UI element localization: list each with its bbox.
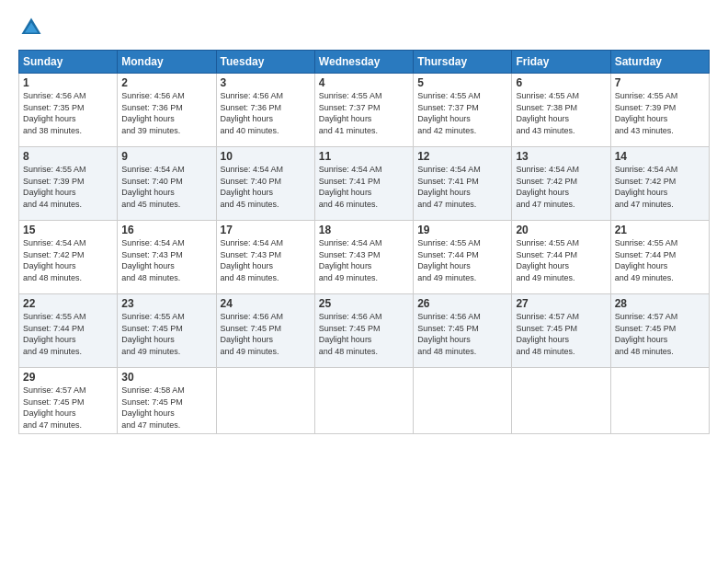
day-number: 20: [516, 224, 606, 236]
day-number: 5: [417, 76, 507, 89]
day-number: 22: [23, 297, 113, 310]
day-info: Sunrise: 4:56 AMSunset: 7:45 PMDaylight …: [319, 311, 409, 357]
day-info: Sunrise: 4:54 AMSunset: 7:43 PMDaylight …: [121, 237, 211, 283]
day-info: Sunrise: 4:54 AMSunset: 7:40 PMDaylight …: [121, 164, 211, 210]
table-row: 2Sunrise: 4:56 AMSunset: 7:36 PMDaylight…: [118, 74, 216, 147]
day-number: 24: [221, 297, 311, 310]
day-info: Sunrise: 4:56 AMSunset: 7:36 PMDaylight …: [121, 90, 211, 136]
day-number: 2: [121, 76, 211, 89]
day-info: Sunrise: 4:54 AMSunset: 7:41 PMDaylight …: [417, 164, 507, 210]
table-row: 23Sunrise: 4:55 AMSunset: 7:45 PMDayligh…: [118, 294, 216, 368]
day-number: 21: [615, 224, 705, 236]
table-row: 8Sunrise: 4:55 AMSunset: 7:39 PMDaylight…: [19, 147, 118, 221]
day-number: 12: [417, 150, 507, 163]
day-number: 23: [121, 297, 211, 310]
day-number: 30: [121, 371, 211, 384]
day-number: 26: [417, 297, 507, 310]
table-row: 12Sunrise: 4:54 AMSunset: 7:41 PMDayligh…: [414, 147, 512, 221]
day-info: Sunrise: 4:55 AMSunset: 7:39 PMDaylight …: [615, 90, 705, 136]
table-row: 28Sunrise: 4:57 AMSunset: 7:45 PMDayligh…: [610, 294, 709, 368]
day-number: 14: [615, 150, 705, 163]
table-row: 4Sunrise: 4:55 AMSunset: 7:37 PMDaylight…: [314, 74, 413, 147]
day-number: 17: [221, 224, 311, 236]
day-number: 19: [417, 224, 507, 236]
table-row: 10Sunrise: 4:54 AMSunset: 7:40 PMDayligh…: [216, 147, 314, 221]
table-row: [610, 368, 709, 434]
day-number: 3: [221, 76, 311, 89]
day-number: 16: [121, 224, 211, 236]
day-info: Sunrise: 4:54 AMSunset: 7:43 PMDaylight …: [319, 237, 409, 283]
day-info: Sunrise: 4:56 AMSunset: 7:35 PMDaylight …: [23, 90, 113, 136]
day-number: 11: [319, 150, 409, 163]
table-row: 25Sunrise: 4:56 AMSunset: 7:45 PMDayligh…: [314, 294, 413, 368]
table-row: 9Sunrise: 4:54 AMSunset: 7:40 PMDaylight…: [118, 147, 216, 221]
header: [18, 15, 710, 40]
day-number: 18: [319, 224, 409, 236]
table-row: 6Sunrise: 4:55 AMSunset: 7:38 PMDaylight…: [512, 74, 610, 147]
col-monday: Monday: [118, 51, 216, 74]
table-row: 13Sunrise: 4:54 AMSunset: 7:42 PMDayligh…: [512, 147, 610, 221]
day-number: 29: [23, 371, 113, 384]
col-friday: Friday: [512, 51, 610, 74]
table-row: 14Sunrise: 4:54 AMSunset: 7:42 PMDayligh…: [610, 147, 709, 221]
table-row: 26Sunrise: 4:56 AMSunset: 7:45 PMDayligh…: [414, 294, 512, 368]
day-info: Sunrise: 4:55 AMSunset: 7:44 PMDaylight …: [516, 237, 606, 283]
day-number: 13: [516, 150, 606, 163]
day-info: Sunrise: 4:57 AMSunset: 7:45 PMDaylight …: [516, 311, 606, 357]
table-row: 22Sunrise: 4:55 AMSunset: 7:44 PMDayligh…: [19, 294, 118, 368]
table-row: [216, 368, 314, 434]
day-info: Sunrise: 4:54 AMSunset: 7:42 PMDaylight …: [615, 164, 705, 210]
col-saturday: Saturday: [610, 51, 709, 74]
day-info: Sunrise: 4:56 AMSunset: 7:45 PMDaylight …: [417, 311, 507, 357]
day-number: 8: [23, 150, 113, 163]
day-info: Sunrise: 4:55 AMSunset: 7:38 PMDaylight …: [516, 90, 606, 136]
col-thursday: Thursday: [414, 51, 512, 74]
table-row: [314, 368, 413, 434]
day-info: Sunrise: 4:55 AMSunset: 7:44 PMDaylight …: [23, 311, 113, 357]
day-info: Sunrise: 4:57 AMSunset: 7:45 PMDaylight …: [23, 385, 113, 431]
table-row: 19Sunrise: 4:55 AMSunset: 7:44 PMDayligh…: [414, 221, 512, 294]
calendar-header-row: Sunday Monday Tuesday Wednesday Thursday…: [19, 51, 710, 74]
day-info: Sunrise: 4:54 AMSunset: 7:43 PMDaylight …: [221, 237, 311, 283]
col-tuesday: Tuesday: [216, 51, 314, 74]
logo: [18, 15, 48, 40]
table-row: [414, 368, 512, 434]
day-number: 28: [615, 297, 705, 310]
col-sunday: Sunday: [19, 51, 118, 74]
table-row: 27Sunrise: 4:57 AMSunset: 7:45 PMDayligh…: [512, 294, 610, 368]
day-info: Sunrise: 4:54 AMSunset: 7:42 PMDaylight …: [516, 164, 606, 210]
table-row: 16Sunrise: 4:54 AMSunset: 7:43 PMDayligh…: [118, 221, 216, 294]
col-wednesday: Wednesday: [314, 51, 413, 74]
table-row: 18Sunrise: 4:54 AMSunset: 7:43 PMDayligh…: [314, 221, 413, 294]
table-row: 1Sunrise: 4:56 AMSunset: 7:35 PMDaylight…: [19, 74, 118, 147]
table-row: 17Sunrise: 4:54 AMSunset: 7:43 PMDayligh…: [216, 221, 314, 294]
table-row: 11Sunrise: 4:54 AMSunset: 7:41 PMDayligh…: [314, 147, 413, 221]
day-number: 1: [23, 76, 113, 89]
table-row: 20Sunrise: 4:55 AMSunset: 7:44 PMDayligh…: [512, 221, 610, 294]
day-number: 7: [615, 76, 705, 89]
day-info: Sunrise: 4:55 AMSunset: 7:37 PMDaylight …: [319, 90, 409, 136]
day-number: 9: [121, 150, 211, 163]
table-row: 7Sunrise: 4:55 AMSunset: 7:39 PMDaylight…: [610, 74, 709, 147]
day-number: 10: [221, 150, 311, 163]
day-number: 4: [319, 76, 409, 89]
table-row: 5Sunrise: 4:55 AMSunset: 7:37 PMDaylight…: [414, 74, 512, 147]
day-info: Sunrise: 4:57 AMSunset: 7:45 PMDaylight …: [615, 311, 705, 357]
day-info: Sunrise: 4:56 AMSunset: 7:36 PMDaylight …: [221, 90, 311, 136]
day-number: 6: [516, 76, 606, 89]
table-row: 24Sunrise: 4:56 AMSunset: 7:45 PMDayligh…: [216, 294, 314, 368]
day-info: Sunrise: 4:55 AMSunset: 7:44 PMDaylight …: [615, 237, 705, 283]
day-number: 27: [516, 297, 606, 310]
table-row: 29Sunrise: 4:57 AMSunset: 7:45 PMDayligh…: [19, 368, 118, 434]
table-row: 3Sunrise: 4:56 AMSunset: 7:36 PMDaylight…: [216, 74, 314, 147]
day-info: Sunrise: 4:55 AMSunset: 7:45 PMDaylight …: [121, 311, 211, 357]
table-row: 15Sunrise: 4:54 AMSunset: 7:42 PMDayligh…: [19, 221, 118, 294]
page: Sunday Monday Tuesday Wednesday Thursday…: [0, 0, 728, 563]
table-row: [512, 368, 610, 434]
day-info: Sunrise: 4:55 AMSunset: 7:39 PMDaylight …: [23, 164, 113, 210]
day-info: Sunrise: 4:54 AMSunset: 7:42 PMDaylight …: [23, 237, 113, 283]
table-row: 30Sunrise: 4:58 AMSunset: 7:45 PMDayligh…: [118, 368, 216, 434]
table-row: 21Sunrise: 4:55 AMSunset: 7:44 PMDayligh…: [610, 221, 709, 294]
day-info: Sunrise: 4:55 AMSunset: 7:37 PMDaylight …: [417, 90, 507, 136]
day-number: 25: [319, 297, 409, 310]
